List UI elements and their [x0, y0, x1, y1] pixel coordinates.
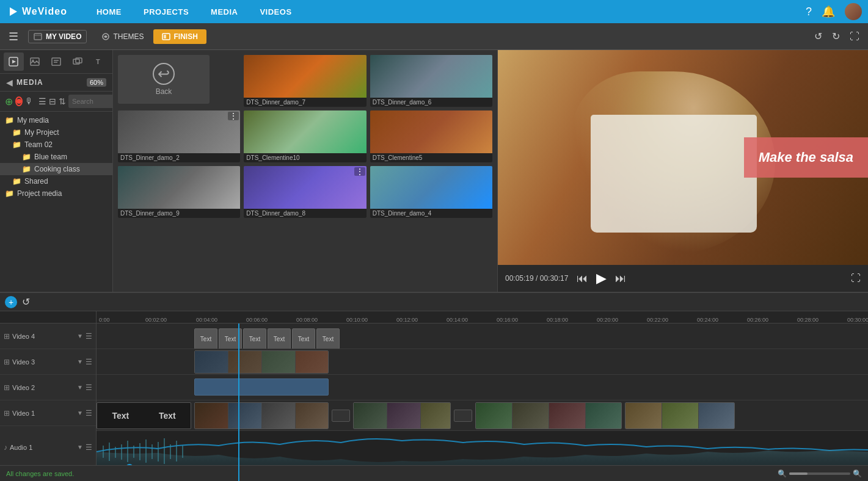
media-thumb-5[interactable]: DTS_Clementine5: [370, 110, 492, 162]
text-clip[interactable]: Text: [194, 328, 217, 349]
notification-icon[interactable]: 🔔: [822, 5, 835, 18]
redo-icon[interactable]: ↻: [830, 28, 842, 45]
themes-button[interactable]: THEMES: [94, 29, 151, 44]
user-avatar[interactable]: [845, 3, 862, 20]
zoom-slider[interactable]: [789, 472, 850, 475]
fullscreen-icon[interactable]: ⛶: [847, 29, 862, 45]
video3-clip[interactable]: [194, 350, 329, 374]
nav-media[interactable]: MEDIA: [200, 0, 249, 23]
media-thumb-6[interactable]: DTS_Dinner_damo_9: [118, 166, 240, 218]
overlay-text: Make the salsa: [759, 150, 853, 165]
track-menu-video1[interactable]: ☰: [86, 409, 92, 418]
nav-home[interactable]: HOME: [86, 0, 133, 23]
filter-icon[interactable]: ⊟: [49, 94, 56, 109]
tab-image[interactable]: [25, 52, 45, 71]
left-panel: T ◀ MEDIA 60% ⊕ 🎙 ☰ ⊟ ⇅ 🔍: [0, 50, 113, 292]
track-menu-video3[interactable]: ☰: [86, 358, 92, 366]
back-button[interactable]: ↩ Back: [118, 55, 210, 104]
tab-title-text[interactable]: T: [89, 52, 109, 71]
tree-item-project-media[interactable]: 📁 Project media: [0, 187, 112, 200]
ruler-mark-1: 00:02:00: [145, 317, 167, 323]
add-media-icon[interactable]: ⊕: [5, 94, 13, 109]
skip-forward-button[interactable]: ⏭: [614, 271, 627, 286]
zoom-badge[interactable]: 60%: [87, 78, 106, 87]
hamburger-icon[interactable]: ☰: [6, 27, 21, 46]
media-thumb-8[interactable]: DTS_Dinner_damo_4: [370, 166, 492, 218]
track-expand-video2[interactable]: ▼: [77, 384, 83, 391]
tree-item-cooking-class[interactable]: 📁 Cooking class: [0, 163, 112, 175]
tree-item-blue-team[interactable]: 📁 Blue team: [0, 151, 112, 163]
track-name-video3: Video 3: [12, 358, 75, 366]
timeline-undo-icon[interactable]: ↺: [22, 296, 30, 308]
media-thumb-4[interactable]: DTS_Clementine10: [244, 110, 366, 162]
tab-overlay[interactable]: [67, 52, 87, 71]
thumb-options-icon-2[interactable]: ⋮: [354, 167, 365, 176]
video1-clip-3[interactable]: [475, 402, 622, 429]
thumb-label-5: DTS_Clementine5: [370, 153, 492, 162]
folder-icon: 📁: [22, 165, 31, 173]
themes-label: THEMES: [113, 32, 144, 41]
preview-fullscreen-icon[interactable]: ⛶: [851, 273, 861, 284]
media-thumb-2[interactable]: DTS_Dinner_damo_6: [370, 55, 492, 107]
track-menu-video4[interactable]: ☰: [86, 332, 92, 341]
logo-text: WeVideo: [22, 6, 67, 17]
track-expand-video4[interactable]: ▼: [77, 333, 83, 339]
text-clips-video1[interactable]: Text Text: [97, 402, 191, 429]
text-clip[interactable]: Text: [316, 328, 340, 349]
collapse-icon[interactable]: ◀: [6, 78, 13, 87]
text-clip[interactable]: Text: [292, 328, 315, 349]
text-clips-container: Text Text Text Text Text Text: [194, 326, 340, 347]
media-thumb-7[interactable]: DTS_Dinner_damo_8 ⋮: [244, 166, 366, 218]
media-thumb-1[interactable]: DTS_Dinner_damo_7: [244, 55, 366, 107]
track-row-video3: [97, 349, 868, 375]
logo[interactable]: WeVideo: [6, 5, 67, 18]
add-track-button[interactable]: +: [5, 296, 17, 308]
text-clip[interactable]: Text: [268, 328, 291, 349]
tree-item-team02[interactable]: 📁 Team 02: [0, 139, 112, 151]
tree-label: Project media: [17, 189, 62, 198]
svg-rect-17: [121, 444, 122, 460]
thumb-options-icon[interactable]: ⋮: [228, 112, 239, 120]
track-menu-audio1[interactable]: ☰: [86, 443, 92, 452]
skip-back-button[interactable]: ⏮: [575, 271, 589, 286]
media-thumb-3[interactable]: DTS_Dinner_damo_2 ⋮: [118, 110, 240, 162]
mic-icon[interactable]: 🎙: [25, 94, 34, 109]
nav-projects[interactable]: PROJECTS: [133, 0, 200, 23]
tab-text[interactable]: [46, 52, 67, 71]
track-icon-video1: ⊞: [4, 409, 10, 418]
thumb-preview-7: [244, 166, 366, 209]
track-menu-video2[interactable]: ☰: [86, 383, 92, 392]
video1-clip-2[interactable]: [353, 402, 451, 429]
record-icon[interactable]: [15, 96, 23, 106]
waveform-svg: [97, 433, 868, 470]
track-expand-video1[interactable]: ▼: [77, 410, 83, 416]
zoom-out-icon[interactable]: 🔍: [778, 469, 787, 478]
playhead-line[interactable]: [238, 324, 239, 481]
track-expand-audio1[interactable]: ▼: [77, 444, 83, 450]
nav-videos[interactable]: VIDEOS: [249, 0, 302, 23]
help-icon[interactable]: ?: [806, 5, 812, 18]
undo-icon[interactable]: ↺: [812, 28, 825, 45]
tree-item-my-project[interactable]: 📁 My Project: [0, 126, 112, 139]
finish-button[interactable]: FINISH: [153, 29, 206, 44]
video2-clip[interactable]: [194, 378, 329, 396]
video1-clip-1[interactable]: [194, 402, 329, 429]
video1-clip-4[interactable]: [625, 402, 735, 429]
svg-rect-12: [76, 58, 82, 63]
folder-icon: 📁: [22, 153, 31, 161]
tree-item-my-media[interactable]: 📁 My media: [0, 114, 112, 126]
thumb-preview-6: [118, 166, 240, 209]
tree-item-shared[interactable]: 📁 Shared: [0, 175, 112, 187]
play-button[interactable]: ▶: [596, 270, 607, 286]
list-view-icon[interactable]: ☰: [38, 94, 46, 109]
text-clip[interactable]: Text: [243, 328, 266, 349]
thumb-label-3: DTS_Dinner_damo_2: [118, 153, 240, 162]
sort-icon[interactable]: ⇅: [59, 94, 66, 109]
tab-media[interactable]: [4, 52, 24, 71]
finish-label: FINISH: [173, 32, 197, 41]
track-expand-video3[interactable]: ▼: [77, 358, 83, 365]
track-label-video3: ⊞ Video 3 ▼ ☰: [0, 349, 96, 375]
tree-label: Team 02: [24, 140, 53, 149]
back-label: Back: [156, 87, 172, 96]
zoom-in-icon[interactable]: 🔍: [853, 469, 862, 478]
